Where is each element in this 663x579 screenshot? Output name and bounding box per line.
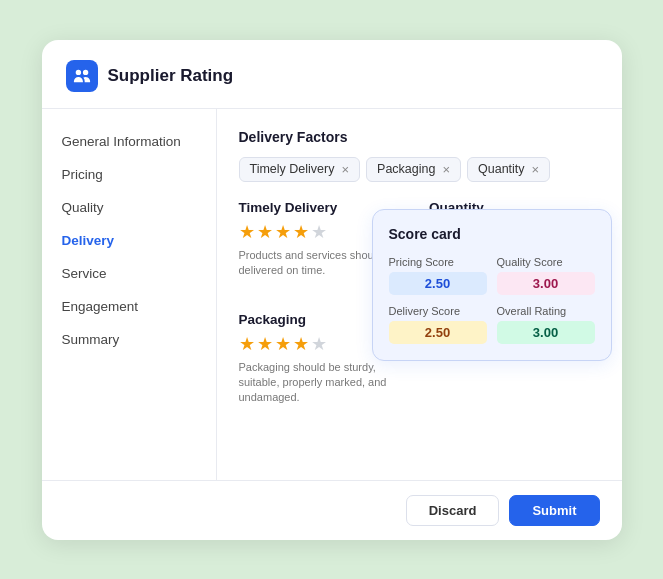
tag-label: Quantity [478, 162, 525, 176]
star-1[interactable]: ★ [239, 333, 255, 355]
main-card: Supplier Rating General Information Pric… [42, 40, 622, 540]
tag-timely-delivery[interactable]: Timely Delivery × [239, 157, 361, 182]
score-delivery: Delivery Score 2.50 [389, 305, 487, 344]
star-2[interactable]: ★ [257, 221, 273, 243]
star-2[interactable]: ★ [257, 333, 273, 355]
footer: Discard Submit [42, 480, 622, 540]
star-1[interactable]: ★ [239, 221, 255, 243]
page-title: Supplier Rating [108, 66, 234, 86]
star-5[interactable]: ★ [311, 333, 327, 355]
sidebar-item-service[interactable]: Service [42, 257, 216, 290]
score-pricing-label: Pricing Score [389, 256, 487, 268]
tags-row: Timely Delivery × Packaging × Quantity × [239, 157, 600, 182]
star-3[interactable]: ★ [275, 333, 291, 355]
score-delivery-label: Delivery Score [389, 305, 487, 317]
score-quality-label: Quality Score [497, 256, 595, 268]
tag-remove-timely[interactable]: × [341, 162, 349, 177]
star-4[interactable]: ★ [293, 221, 309, 243]
body-container: General Information Pricing Quality Deli… [42, 109, 622, 480]
sidebar-item-general[interactable]: General Information [42, 125, 216, 158]
sidebar-item-summary[interactable]: Summary [42, 323, 216, 356]
main-content: Delivery Factors Timely Delivery × Packa… [217, 109, 622, 480]
tag-quantity[interactable]: Quantity × [467, 157, 550, 182]
tag-packaging[interactable]: Packaging × [366, 157, 461, 182]
scorecard: Score card Pricing Score 2.50 Quality Sc… [372, 209, 612, 361]
tag-remove-quantity[interactable]: × [532, 162, 540, 177]
scorecard-grid: Pricing Score 2.50 Quality Score 3.00 De… [389, 256, 595, 344]
submit-button[interactable]: Submit [509, 495, 599, 526]
scorecard-title: Score card [389, 226, 595, 242]
app-icon [66, 60, 98, 92]
discard-button[interactable]: Discard [406, 495, 500, 526]
tag-label: Packaging [377, 162, 435, 176]
star-5[interactable]: ★ [311, 221, 327, 243]
tag-remove-packaging[interactable]: × [442, 162, 450, 177]
section-title: Delivery Factors [239, 129, 600, 145]
header: Supplier Rating [42, 40, 622, 109]
score-overall: Overall Rating 3.00 [497, 305, 595, 344]
score-pricing: Pricing Score 2.50 [389, 256, 487, 295]
score-quality-value: 3.00 [497, 272, 595, 295]
sidebar-item-engagement[interactable]: Engagement [42, 290, 216, 323]
factor-packaging-desc: Packaging should be sturdy, suitable, pr… [239, 360, 399, 406]
score-pricing-value: 2.50 [389, 272, 487, 295]
tag-label: Timely Delivery [250, 162, 335, 176]
sidebar-item-delivery[interactable]: Delivery [42, 224, 216, 257]
star-3[interactable]: ★ [275, 221, 291, 243]
star-4[interactable]: ★ [293, 333, 309, 355]
sidebar-item-pricing[interactable]: Pricing [42, 158, 216, 191]
score-delivery-value: 2.50 [389, 321, 487, 344]
score-quality: Quality Score 3.00 [497, 256, 595, 295]
sidebar: General Information Pricing Quality Deli… [42, 109, 217, 480]
score-overall-label: Overall Rating [497, 305, 595, 317]
sidebar-item-quality[interactable]: Quality [42, 191, 216, 224]
score-overall-value: 3.00 [497, 321, 595, 344]
